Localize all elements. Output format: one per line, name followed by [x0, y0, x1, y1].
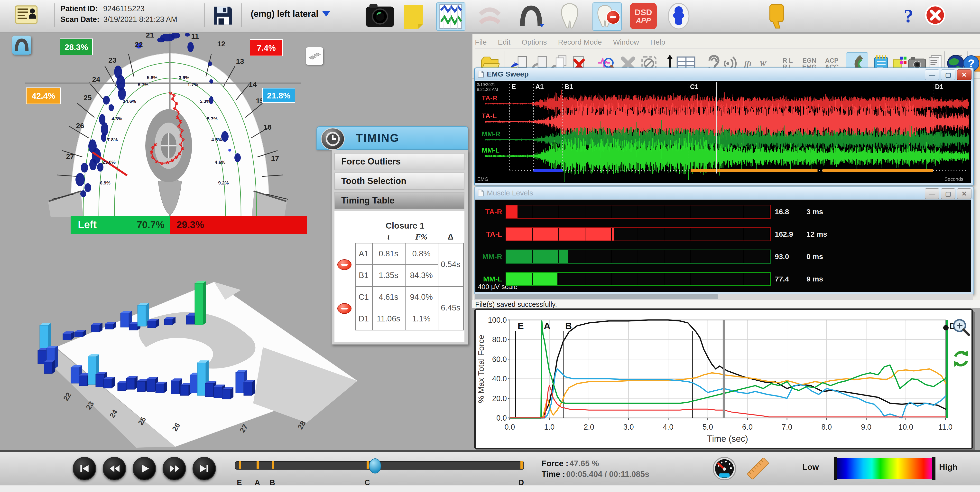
remove-cd-button[interactable] — [337, 303, 352, 314]
section-tooth-selection[interactable]: Tooth Selection — [334, 173, 465, 190]
toolbar-separator — [204, 3, 205, 27]
force-value: 47.65 % — [570, 459, 599, 468]
svg-text:E: E — [517, 321, 523, 331]
skip-start-button[interactable] — [73, 457, 96, 480]
rewind-button[interactable] — [103, 457, 126, 480]
svg-text:Left: Left — [78, 219, 97, 230]
svg-text:5.8%: 5.8% — [147, 75, 157, 80]
graph-view-icon[interactable] — [436, 2, 465, 31]
svg-text:14: 14 — [248, 80, 257, 88]
svg-text:100.0: 100.0 — [488, 316, 507, 324]
muscle-value: 93.0 — [775, 252, 807, 261]
sensor-button[interactable] — [306, 47, 323, 65]
timeline-track[interactable] — [235, 461, 524, 470]
svg-text:26: 26 — [76, 121, 84, 129]
dual-arch-icon[interactable] — [475, 5, 504, 27]
muscle-bar — [506, 227, 771, 241]
muscle-levels-titlebar[interactable]: Muscle Levels — ▢ ✕ — [475, 187, 974, 199]
muscle-value: 77.4 — [775, 275, 807, 283]
transport-bar: EABCD Force : 47.65 % Time : 00:05.404 /… — [0, 450, 980, 487]
gauge-icon[interactable] — [712, 457, 737, 482]
time-label: Time : — [542, 470, 565, 479]
tooth-exclude-icon[interactable] — [592, 2, 622, 31]
time-value: 00:05.404 / 00:11.085s — [566, 470, 649, 479]
svg-text:6.0: 6.0 — [742, 423, 752, 431]
help-icon[interactable]: ? — [900, 3, 917, 29]
scrollbar-thumb[interactable] — [475, 294, 718, 299]
close-button[interactable]: ✕ — [957, 188, 972, 199]
svg-text:13: 13 — [236, 57, 244, 65]
svg-text:7.8%: 7.8% — [107, 137, 118, 142]
svg-text:29.3%: 29.3% — [177, 219, 204, 230]
arch-view-icon[interactable] — [517, 3, 545, 29]
menu-file[interactable]: File — [475, 38, 487, 46]
force-label: Force : — [542, 459, 568, 468]
muscle-value: 16.8 — [775, 208, 807, 216]
fast-forward-button[interactable] — [162, 457, 186, 480]
row-a1-id: A1 — [359, 249, 369, 258]
minimize-button[interactable]: — — [925, 69, 939, 80]
force-3d-view: 22232425262728 — [19, 267, 365, 450]
svg-text:25.0%: 25.0% — [102, 160, 116, 165]
svg-text:6.9%: 6.9% — [100, 181, 110, 185]
minus-badge-icon — [606, 10, 620, 24]
emg-menubar: File Edit Options Record Mode Window Hel… — [475, 36, 980, 49]
patient-3d-icon[interactable] — [666, 2, 691, 30]
bottom-strip — [0, 486, 980, 492]
muscle-ms: 9 ms — [807, 275, 823, 283]
menu-options[interactable]: Options — [522, 38, 547, 46]
dsd-line2: APP — [636, 17, 651, 24]
svg-text:28.3%: 28.3% — [65, 42, 88, 52]
note-icon[interactable] — [402, 3, 425, 29]
svg-text:A: A — [544, 321, 550, 331]
menu-edit[interactable]: Edit — [498, 38, 511, 46]
zoom-in-icon[interactable] — [951, 318, 970, 337]
save-icon[interactable] — [211, 4, 235, 27]
support-phone-icon[interactable] — [766, 3, 789, 30]
skip-end-button[interactable] — [192, 457, 216, 480]
svg-text:27: 27 — [238, 423, 249, 434]
restore-button[interactable]: ▢ — [941, 188, 955, 199]
svg-text:40.0: 40.0 — [492, 375, 507, 383]
timeline-tick-D — [520, 461, 523, 469]
menu-help[interactable]: Help — [650, 38, 665, 46]
minimize-button[interactable]: — — [925, 188, 939, 199]
force-time-chart: 0.020.040.060.080.0100.00.01.02.03.04.05… — [476, 310, 972, 448]
camera-icon[interactable] — [364, 3, 395, 29]
timeline-thumb[interactable] — [369, 458, 381, 473]
patient-card-icon[interactable] — [14, 5, 39, 25]
horizontal-scrollbar[interactable] — [474, 294, 973, 300]
muscle-label: TA-R — [476, 208, 502, 216]
muscle-levels-window: Muscle Levels — ▢ ✕ 400 µV scale TA-R16.… — [474, 187, 974, 294]
timing-header[interactable]: TIMING — [317, 126, 468, 150]
muscle-ms: 3 ms — [807, 208, 823, 216]
remove-ab-button[interactable] — [337, 259, 352, 270]
svg-text:5.7%: 5.7% — [207, 116, 217, 121]
section-force-outliers[interactable]: Force Outliers — [334, 153, 465, 170]
top-toolbar: Patient ID: 9246115223 Scan Date: 3/19/2… — [0, 0, 980, 32]
menu-window[interactable]: Window — [613, 38, 639, 46]
svg-text:5.0: 5.0 — [703, 423, 713, 431]
menu-record-mode[interactable]: Record Mode — [558, 38, 602, 46]
dsd-app-icon[interactable]: DSD APP — [630, 3, 657, 29]
ruler-icon[interactable] — [745, 456, 771, 482]
close-button[interactable]: ✕ — [957, 69, 972, 80]
maximize-button[interactable]: ▢ — [941, 69, 955, 80]
section-timing-table[interactable]: Timing Table — [334, 192, 465, 209]
patient-id-value: 9246115223 — [103, 5, 145, 13]
refresh-icon[interactable] — [951, 349, 970, 369]
svg-text:20.0: 20.0 — [492, 394, 507, 403]
svg-text:21: 21 — [146, 32, 154, 39]
close-icon[interactable] — [924, 4, 947, 26]
tooth-icon[interactable] — [558, 3, 581, 30]
view-selector-dropdown[interactable]: (emg) left lateral — [251, 9, 330, 19]
svg-text:4.0: 4.0 — [663, 423, 673, 431]
emg-sweep-title: EMG Sweep — [487, 70, 529, 78]
svg-text:14.6%: 14.6% — [123, 99, 136, 104]
muscle-value: 162.9 — [775, 230, 807, 238]
svg-text:Time (sec): Time (sec) — [707, 434, 748, 444]
timing-table: Closure 1 t F% Δ A1 0.81s 0.8% B1 — [334, 211, 465, 342]
emg-sweep-titlebar[interactable]: EMG Sweep — ▢ ✕ — [475, 68, 974, 80]
play-button[interactable] — [133, 457, 156, 480]
left-right-balance-bar: Left70.7%29.3%Right — [71, 216, 307, 234]
